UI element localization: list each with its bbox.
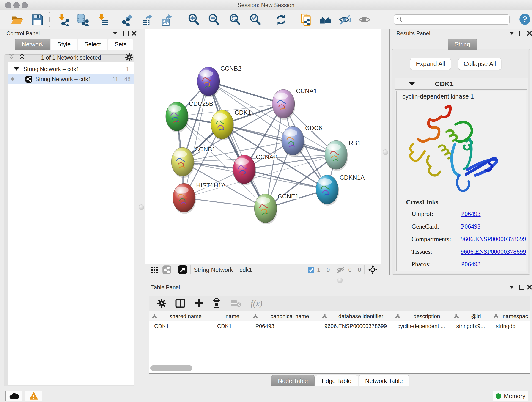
tab-sets[interactable]: Sets [108,38,133,50]
column-header-namespac[interactable]: namespac [491,312,530,321]
zoom-selected-icon[interactable] [249,13,262,26]
expand-all-chevron-icon[interactable] [19,53,29,60]
cloud-status-button[interactable] [6,391,22,401]
tree-expand-icon[interactable] [14,67,19,70]
import-table-file-icon[interactable] [96,13,109,26]
network-node-RB1[interactable] [325,140,348,171]
import-network-database-icon[interactable] [76,13,89,26]
table-horizontal-scrollbar[interactable] [150,365,192,371]
table-panel-float-icon[interactable] [519,285,525,290]
results-panel-collapse-icon[interactable] [509,32,514,35]
network-canvas[interactable]: CCNB2CCNA1CDC25BCDK1CDC6RB1CCNB1CCNA2CDK… [145,29,381,264]
crosslink-link[interactable]: P06493 [461,223,481,230]
horizontal-splitter-handle[interactable] [337,278,343,283]
export-table-icon[interactable] [141,13,154,26]
table-cell[interactable]: CDK1 [149,321,212,331]
results-scrollbar[interactable] [528,50,530,273]
column-header-description[interactable]: description [393,312,451,321]
network-graph[interactable]: CCNB2CCNA1CDC25BCDK1CDC6RB1CCNB1CCNA2CDK… [145,29,381,264]
tab-style[interactable]: Style [51,38,77,50]
delete-table-icon[interactable] [230,299,241,307]
grid-view-icon[interactable] [150,265,159,274]
zoom-fit-icon[interactable] [228,13,242,26]
expand-all-button[interactable]: Expand All [410,58,451,70]
network-view-share-icon[interactable] [162,265,171,274]
control-panel-collapse-icon[interactable] [113,32,118,35]
node-table[interactable]: shared namenamecanonical namedatabase id… [149,311,530,374]
horizontal-splitter[interactable] [145,275,532,285]
network-node-CCNA2[interactable] [233,155,256,185]
left-splitter[interactable] [138,29,145,264]
results-panel-close-icon[interactable] [527,31,532,36]
search-box[interactable] [394,14,510,25]
tab-string[interactable]: String [448,38,477,50]
column-header-shared-name[interactable]: shared name [149,312,212,321]
crosslink-link[interactable]: 9606.ENSP00000378699 [461,235,526,243]
table-cell[interactable]: stringdb:9... [451,321,491,331]
delete-column-trash-icon[interactable] [212,298,221,308]
network-node-CDK1[interactable] [211,110,234,140]
home-networks-icon[interactable] [319,13,332,26]
crosslink-link[interactable]: P06493 [461,261,481,268]
control-panel-float-icon[interactable] [123,31,128,36]
gene-entry-header[interactable]: CDK1 [395,78,527,89]
open-session-icon[interactable] [10,13,24,26]
show-columns-icon[interactable] [175,298,186,308]
table-row[interactable]: CDK1CDK1P064939606.ENSP00000378699cyclin… [149,321,530,331]
left-splitter-handle[interactable] [139,204,144,210]
network-collection-row[interactable]: String Network – cdk1 1 [8,64,134,74]
crosslink-link[interactable]: 9606.ENSP00000378699 [461,248,526,255]
hide-panel-eye-slash-icon[interactable] [339,13,352,26]
export-network-icon[interactable] [121,13,135,26]
collapse-all-button[interactable]: Collapse All [458,58,501,70]
control-panel-close-icon[interactable] [132,31,137,36]
tab-select[interactable]: Select [78,38,108,50]
search-input[interactable] [403,16,505,23]
selected-checkbox-icon[interactable] [307,266,315,274]
tab-network-table[interactable]: Network Table [359,375,409,386]
right-splitter[interactable] [381,29,389,264]
table-panel-collapse-icon[interactable] [509,286,514,288]
warning-status-button[interactable] [25,391,42,401]
network-node-CDC6[interactable] [282,126,305,157]
network-node-CCNA1[interactable] [272,89,295,120]
network-node-CDKN1A[interactable] [316,175,339,206]
network-node-CCNB1[interactable] [171,147,195,178]
column-header-name[interactable]: name [212,312,250,321]
table-cell[interactable]: CDK1 [212,321,250,331]
column-header-database-identifier[interactable]: database identifier [319,312,393,321]
right-splitter-handle[interactable] [383,149,388,155]
column-header-@id[interactable]: @id [451,312,491,321]
zoom-out-icon[interactable] [207,13,221,26]
network-node-CCNE1[interactable] [254,194,278,224]
tab-edge-table[interactable]: Edge Table [315,375,358,386]
table-cell[interactable]: cyclin-dependent ... [393,321,451,331]
detach-view-icon[interactable] [178,265,187,274]
collapse-all-chevron-icon[interactable] [9,53,18,60]
tab-node-table[interactable]: Node Table [271,375,315,386]
tab-network[interactable]: Network [15,38,50,50]
table-body[interactable]: CDK1CDK1P064939606.ENSP00000378699cyclin… [149,321,530,331]
zoom-in-icon[interactable] [187,13,201,26]
network-node-CCNB2[interactable] [197,67,220,97]
table-gear-icon[interactable] [157,299,166,308]
network-node-HIST1H1A[interactable] [173,183,196,214]
table-header-row[interactable]: shared namenamecanonical namedatabase id… [149,312,530,321]
column-header-canonical-name[interactable]: canonical name [250,312,319,321]
gene-collapse-icon[interactable] [409,82,415,85]
string-document-icon[interactable] [300,13,313,26]
table-cell[interactable]: 9606.ENSP00000378699 [319,321,393,331]
gear-icon[interactable] [125,53,133,61]
show-panel-eye-icon[interactable] [358,13,371,26]
crosslink-link[interactable]: P06493 [461,210,481,217]
fit-content-crosshair-icon[interactable] [368,265,378,275]
network-row-selected[interactable]: String Network – cdk1 11 48 [8,74,134,84]
function-builder-icon[interactable]: f(x) [251,298,262,308]
import-network-file-icon[interactable] [57,13,70,26]
results-panel-float-icon[interactable] [519,31,525,36]
memory-button[interactable]: Memory [493,391,528,401]
save-session-icon[interactable] [31,13,44,26]
table-cell[interactable]: stringdb [491,321,530,331]
help-icon[interactable]: ? [518,13,532,26]
export-image-icon[interactable] [160,13,174,26]
